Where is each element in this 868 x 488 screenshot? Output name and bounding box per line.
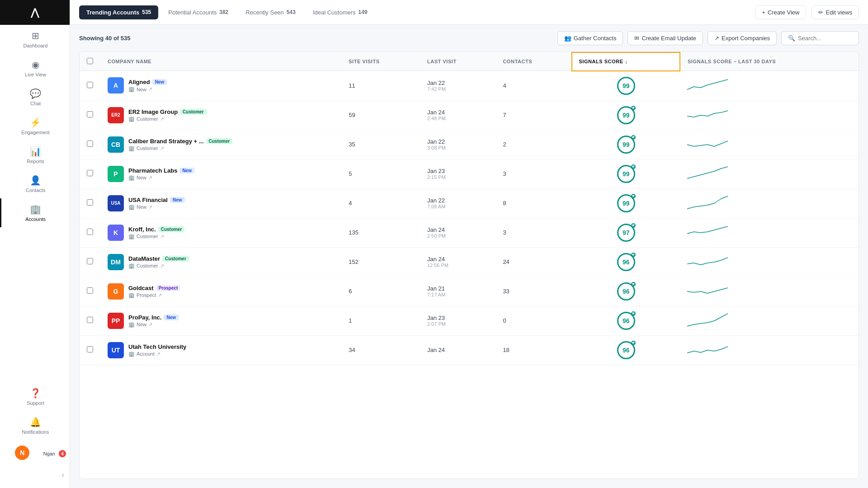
visit-info: Jan 23 2:07 PM <box>427 314 488 327</box>
company-info: USA Financial New 🏢 New ↗ <box>128 197 185 210</box>
row-checkbox[interactable] <box>87 317 93 323</box>
tab-ideal-count: 149 <box>359 9 368 15</box>
company-tag: Customer <box>162 256 189 262</box>
company-name-cell: CB Caliber Brand Strategy + ... Customer… <box>100 130 341 159</box>
contacts-value: 24 <box>503 258 509 265</box>
company-sub: 🏢 Customer ↗ <box>128 145 232 151</box>
search-input-box[interactable]: 🔍 <box>781 31 859 45</box>
company-logo: CB <box>108 136 124 153</box>
create-view-button[interactable]: + Create View <box>755 5 806 19</box>
edit-views-button[interactable]: ✏ Edit views <box>811 5 859 19</box>
th-signals-score[interactable]: SIGNALS SCORE ↓ <box>572 52 680 71</box>
row-checkbox-cell[interactable] <box>80 306 100 335</box>
sidebar-item-contacts[interactable]: 👤 Contacts <box>0 169 70 198</box>
row-checkbox[interactable] <box>87 229 93 235</box>
company-name-cell: USA USA Financial New 🏢 New ↗ <box>100 188 341 218</box>
sidebar-item-reports[interactable]: 📊 Reports <box>0 141 70 169</box>
company-sub: 🏢 New ↗ <box>128 175 194 181</box>
visit-time: 7:17 AM <box>427 292 488 297</box>
row-checkbox-cell[interactable] <box>80 159 100 188</box>
site-visits-value: 135 <box>349 229 359 236</box>
external-link-icon[interactable]: ↗ <box>156 351 160 357</box>
site-visits-value: 152 <box>349 258 359 265</box>
sparkline-chart <box>687 136 728 152</box>
user-avatar: N <box>15 446 29 460</box>
sidebar-item-chat[interactable]: 💬 Chat <box>0 83 70 112</box>
signals-score-cell: 96 ★ <box>572 277 680 306</box>
building-icon: 🏢 <box>128 116 135 122</box>
company-sub: 🏢 Customer ↗ <box>128 263 189 269</box>
user-name: Ngan <box>43 451 55 456</box>
gather-contacts-button[interactable]: 👥 Gather Contacts <box>557 31 623 45</box>
company-cell: PP ProPay, Inc. New 🏢 New ↗ <box>108 313 334 329</box>
score-circle: 96 ★ <box>617 253 635 271</box>
row-checkbox[interactable] <box>87 170 93 176</box>
row-checkbox-cell[interactable] <box>80 71 100 101</box>
th-select-all[interactable] <box>80 52 100 71</box>
external-link-icon[interactable]: ↗ <box>148 175 152 181</box>
external-link-icon[interactable]: ↗ <box>160 263 164 269</box>
row-checkbox-cell[interactable] <box>80 277 100 306</box>
building-icon: 🏢 <box>128 204 135 210</box>
external-link-icon[interactable]: ↗ <box>148 322 152 328</box>
row-checkbox-cell[interactable] <box>80 188 100 218</box>
row-checkbox-cell[interactable] <box>80 335 100 365</box>
row-checkbox-cell[interactable] <box>80 130 100 159</box>
sidebar-item-support[interactable]: ❓ Support <box>0 382 70 411</box>
create-email-button[interactable]: ✉ Create Email Update <box>627 31 703 45</box>
external-link-icon[interactable]: ↗ <box>148 86 152 92</box>
last-visit-cell: Jan 24 <box>420 335 495 365</box>
company-tag: Customer <box>180 109 207 115</box>
row-checkbox[interactable] <box>87 199 93 206</box>
company-logo: UT <box>108 342 124 358</box>
reports-icon: 📊 <box>30 146 41 157</box>
sidebar-item-engagement[interactable]: ⚡ Engagement <box>0 112 70 141</box>
company-sub: 🏢 Customer ↗ <box>128 234 184 239</box>
edit-views-icon: ✏ <box>818 9 823 16</box>
row-checkbox[interactable] <box>87 346 93 352</box>
row-checkbox[interactable] <box>87 258 93 264</box>
building-icon: 🏢 <box>128 86 135 92</box>
signals-score-cell: 96 ★ <box>572 335 680 365</box>
collapse-sidebar-button[interactable]: ‹ <box>0 467 70 483</box>
row-checkbox[interactable] <box>87 82 93 88</box>
tab-potential-accounts[interactable]: Potential Accounts 382 <box>161 5 236 19</box>
row-checkbox[interactable] <box>87 287 93 294</box>
sparkline-cell <box>680 159 859 188</box>
visit-info: Jan 24 2:50 PM <box>427 226 488 239</box>
score-circle: 96 ★ <box>617 282 635 300</box>
external-link-icon[interactable]: ↗ <box>160 234 164 239</box>
tab-recently-seen[interactable]: Recently Seen 543 <box>238 5 303 19</box>
external-link-icon[interactable]: ↗ <box>148 204 152 210</box>
th-contacts: CONTACTS <box>495 52 572 71</box>
score-star: ★ <box>631 194 636 198</box>
select-all-checkbox[interactable] <box>87 58 93 64</box>
company-name: ProPay, Inc. New <box>128 314 179 321</box>
sparkline-cell <box>680 335 859 365</box>
last-visit-cell: Jan 22 3:08 PM <box>420 130 495 159</box>
search-input[interactable] <box>798 35 852 42</box>
row-checkbox-cell[interactable] <box>80 100 100 130</box>
sidebar-item-user[interactable]: N Ngan 4 <box>0 440 70 467</box>
sidebar-item-accounts[interactable]: 🏢 Accounts <box>0 198 70 227</box>
tab-ideal-customers[interactable]: Ideal Customers 149 <box>306 5 375 19</box>
row-checkbox[interactable] <box>87 111 93 117</box>
external-link-icon[interactable]: ↗ <box>160 145 164 151</box>
company-cell: CB Caliber Brand Strategy + ... Customer… <box>108 136 334 153</box>
th-signals-last30: SIGNALS SCORE – LAST 30 DAYS <box>680 52 859 71</box>
external-link-icon[interactable]: ↗ <box>158 292 162 298</box>
tab-trending-accounts[interactable]: Trending Accounts 535 <box>79 5 158 19</box>
row-checkbox-cell[interactable] <box>80 247 100 277</box>
sidebar-item-notifications[interactable]: 🔔 Notifications <box>0 411 70 440</box>
company-cell: UT Utah Tech University 🏢 Account ↗ <box>108 342 334 358</box>
table-row: ER2 ER2 Image Group Customer 🏢 Customer … <box>80 100 859 130</box>
sidebar-item-live-view[interactable]: ◉ Live View <box>0 54 70 83</box>
visit-time: 2:15 PM <box>427 174 488 180</box>
row-checkbox[interactable] <box>87 141 93 147</box>
sidebar-label-contacts: Contacts <box>26 188 45 193</box>
sidebar-item-dashboard[interactable]: ⊞ Dashboard <box>0 25 70 54</box>
visit-time: 3:08 PM <box>427 145 488 150</box>
export-companies-button[interactable]: ↗ Export Companies <box>708 31 777 45</box>
row-checkbox-cell[interactable] <box>80 218 100 247</box>
external-link-icon[interactable]: ↗ <box>160 116 164 122</box>
